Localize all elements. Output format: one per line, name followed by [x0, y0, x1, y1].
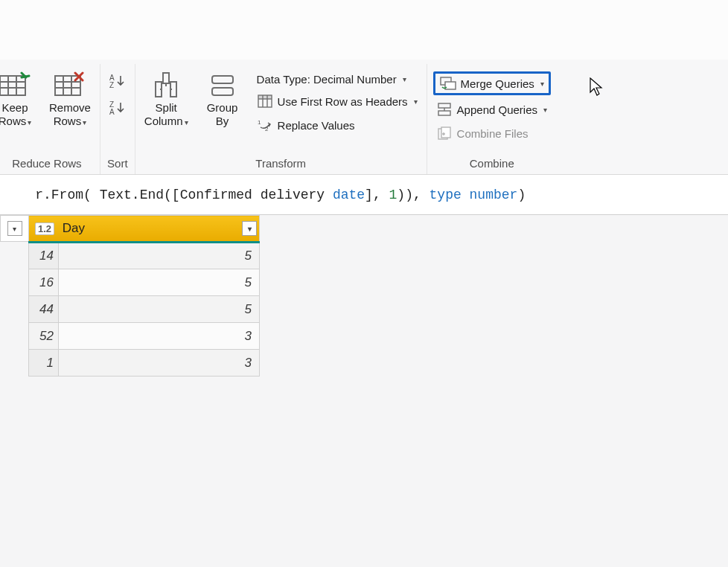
svg-rect-17	[212, 76, 233, 83]
merge-queries-label: Merge Queries	[461, 77, 534, 90]
keep-rows-icon	[0, 68, 31, 101]
top-spacer	[0, 0, 728, 60]
append-queries-button[interactable]: Append Queries ▾	[433, 100, 550, 119]
split-column-button[interactable]: Split Column▾	[141, 67, 191, 129]
group-by-button[interactable]: Group By	[200, 67, 245, 129]
remove-rows-label: Remove Rows▾	[49, 101, 91, 128]
first-row-headers-label: Use First Row as Headers	[278, 95, 408, 108]
sort-group-label: Sort	[107, 154, 128, 174]
table-row[interactable]: 1 3	[29, 350, 260, 377]
chevron-down-icon: ▾	[543, 106, 547, 114]
row-index: 52	[29, 323, 59, 350]
column-filter-button[interactable]: ▾	[242, 221, 257, 236]
sort-asc-icon: A Z	[109, 73, 126, 89]
row-index: 16	[29, 269, 59, 296]
row-index: 14	[29, 243, 59, 269]
cell-value[interactable]: 5	[59, 269, 260, 296]
formula-bar[interactable]: r.From( Text.End([Confirmed delivery dat…	[0, 175, 728, 215]
cell-value[interactable]: 3	[59, 350, 260, 377]
svg-rect-16	[163, 73, 169, 83]
group-transform: Split Column▾ Group By Data Type: Decima…	[135, 64, 427, 174]
svg-text:A: A	[109, 108, 115, 115]
sort-asc-button[interactable]: A Z	[106, 71, 129, 91]
group-by-label: Group By	[207, 101, 238, 128]
combine-files-icon	[436, 125, 453, 141]
replace-values-label: Replace Values	[278, 119, 355, 132]
cell-value[interactable]: 5	[59, 296, 260, 323]
data-grid: ▾ 1.2 Day ▾ 14 5 16 5 44 5	[0, 215, 728, 377]
data-type-label: Data Type: Decimal Number	[257, 73, 397, 86]
svg-text:Z: Z	[109, 81, 114, 89]
keep-rows-label: Keep Rows▾	[0, 101, 31, 128]
split-column-icon	[150, 68, 182, 101]
sort-desc-button[interactable]: Z A	[106, 98, 129, 118]
formula-text: r.From( Text.End([Confirmed delivery dat…	[3, 175, 526, 215]
svg-rect-0	[0, 76, 25, 95]
svg-rect-27	[445, 82, 456, 89]
data-type-button[interactable]: Data Type: Decimal Number ▾	[254, 71, 409, 87]
use-first-row-headers-button[interactable]: Use First Row as Headers ▾	[254, 92, 421, 111]
combine-files-button: Combine Files	[433, 124, 531, 143]
merge-queries-button[interactable]: Merge Queries ▾	[433, 71, 551, 95]
combine-group-label: Combine	[470, 154, 514, 174]
append-queries-icon	[436, 101, 453, 118]
svg-rect-28	[438, 103, 450, 108]
ribbon: Keep Rows▾ Remove Rows▾	[0, 60, 728, 175]
remove-rows-icon	[54, 68, 86, 101]
keep-rows-button[interactable]: Keep Rows▾	[0, 67, 37, 129]
prev-column-filter[interactable]: ▾	[0, 215, 28, 242]
table-header-icon	[257, 93, 273, 109]
column-name: Day	[63, 221, 85, 235]
table-row[interactable]: 16 5	[29, 269, 260, 296]
reduce-rows-group-label: Reduce Rows	[12, 154, 81, 174]
combine-files-label: Combine Files	[457, 127, 529, 140]
svg-text:1: 1	[258, 119, 261, 126]
chevron-down-icon: ▾	[7, 221, 22, 236]
group-sort: A Z Z A Sort	[100, 64, 135, 174]
table-row[interactable]: 14 5	[29, 243, 260, 269]
svg-rect-29	[438, 111, 450, 115]
svg-rect-32	[441, 127, 450, 138]
table-row[interactable]: 44 5	[29, 296, 260, 323]
cell-value[interactable]: 3	[59, 323, 260, 350]
table-row[interactable]: 52 3	[29, 323, 260, 350]
group-by-icon	[206, 68, 239, 101]
column-header-day[interactable]: 1.2 Day ▾	[29, 216, 260, 243]
svg-rect-18	[212, 88, 233, 95]
chevron-down-icon: ▾	[540, 80, 544, 88]
split-column-label: Split Column▾	[144, 101, 188, 128]
group-reduce-rows: Keep Rows▾ Remove Rows▾	[0, 64, 100, 174]
append-queries-label: Append Queries	[457, 103, 537, 116]
merge-queries-icon	[440, 75, 456, 92]
replace-values-icon: 1 2	[257, 117, 273, 133]
svg-rect-20	[258, 95, 272, 99]
cell-value[interactable]: 5	[59, 243, 260, 269]
sort-desc-icon: Z A	[109, 100, 126, 116]
chevron-down-icon: ▾	[414, 97, 418, 106]
row-index: 1	[29, 350, 59, 377]
datatype-badge: 1.2	[35, 222, 54, 235]
group-combine: Merge Queries ▾ Append Queries ▾	[427, 64, 557, 174]
chevron-down-icon: ▾	[403, 75, 406, 83]
transform-group-label: Transform	[255, 154, 306, 174]
replace-values-button[interactable]: 1 2 Replace Values	[254, 115, 358, 135]
row-index: 44	[29, 296, 59, 323]
remove-rows-button[interactable]: Remove Rows▾	[46, 67, 94, 129]
